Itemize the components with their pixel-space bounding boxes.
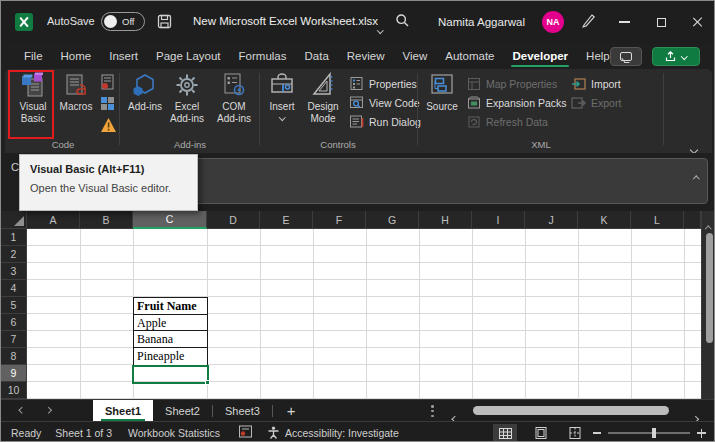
view-code-button[interactable]: View Code — [349, 94, 420, 111]
comment-bubble-icon — [620, 52, 632, 61]
sheet-tab-sheet3[interactable]: Sheet3 — [213, 400, 272, 422]
row-header-4[interactable]: 4 — [1, 280, 27, 297]
addins-button[interactable]: Add-ins — [127, 72, 163, 113]
cell-c8[interactable]: Pineapple — [134, 348, 207, 365]
worksheet-cells[interactable] — [27, 229, 701, 399]
add-sheet-button[interactable]: + — [273, 402, 310, 419]
row-header-1[interactable]: 1 — [1, 229, 27, 246]
sheet-nav-left-icon[interactable] — [9, 408, 35, 413]
select-all-corner[interactable] — [1, 211, 27, 229]
column-header-e[interactable]: E — [260, 211, 313, 229]
tab-developer[interactable]: Developer — [503, 45, 577, 67]
row-header-6[interactable]: 6 — [1, 314, 27, 331]
tab-review[interactable]: Review — [338, 45, 394, 67]
fill-handle[interactable] — [205, 380, 210, 385]
formula-bar-expand-icon[interactable] — [694, 167, 699, 185]
zoom-slider-thumb[interactable] — [652, 428, 656, 438]
page-break-view-button[interactable] — [563, 424, 587, 442]
column-header-g[interactable]: G — [366, 211, 419, 229]
source-button[interactable]: Source — [421, 72, 463, 113]
document-title-chevron-icon[interactable] — [378, 18, 383, 36]
zoom-in-button[interactable] — [697, 429, 706, 438]
macro-security-icon[interactable] — [100, 117, 117, 137]
autosave-toggle[interactable]: Off — [101, 12, 145, 31]
tab-data[interactable]: Data — [296, 45, 338, 67]
search-icon[interactable] — [395, 13, 410, 32]
column-header-l[interactable]: L — [631, 211, 684, 229]
tab-automate[interactable]: Automate — [436, 45, 503, 67]
active-cell-c9[interactable] — [132, 365, 209, 384]
column-headers: A B C D E F G H I J K L — [1, 211, 701, 229]
minimize-button[interactable] — [614, 12, 634, 32]
visual-basic-icon — [20, 72, 46, 98]
share-button[interactable] — [652, 47, 700, 66]
vertical-scroll-thumb[interactable] — [706, 233, 713, 343]
user-name[interactable]: Namita Aggarwal — [438, 16, 525, 28]
sheet-bar-splitter[interactable] — [431, 405, 434, 417]
properties-button[interactable]: Properties — [349, 75, 417, 92]
zoom-out-button[interactable] — [593, 432, 601, 434]
sheet-nav-right-icon[interactable] — [35, 408, 61, 413]
sheet-tab-sheet1[interactable]: Sheet1 — [93, 400, 153, 422]
tab-view[interactable]: View — [394, 45, 437, 67]
accessibility-status[interactable]: Accessibility: Investigate — [267, 426, 399, 439]
column-header-b[interactable]: B — [80, 211, 133, 229]
column-header-c[interactable]: C — [133, 211, 207, 229]
column-header-h[interactable]: H — [419, 211, 472, 229]
row-header-9[interactable]: 9 — [1, 365, 27, 382]
comments-button[interactable] — [610, 47, 642, 66]
formula-bar-input[interactable] — [185, 158, 708, 204]
code-group-label: Code — [10, 139, 116, 150]
design-mode-button[interactable]: Design Mode — [301, 72, 345, 125]
workbook-statistics-button[interactable]: Workbook Statistics — [128, 427, 220, 439]
cell-c7[interactable]: Banana — [134, 331, 207, 348]
normal-view-button[interactable] — [493, 424, 517, 442]
cell-c6[interactable]: Apple — [134, 315, 207, 332]
com-addins-button[interactable]: COM Add-ins — [211, 72, 257, 125]
expansion-packs-button[interactable]: Expansion Packs — [467, 94, 567, 111]
tab-home[interactable]: Home — [52, 45, 101, 67]
horizontal-scroll-thumb[interactable] — [473, 406, 669, 415]
document-title[interactable]: New Microsoft Excel Worksheet.xlsx — [193, 15, 378, 27]
page-layout-view-button[interactable] — [529, 424, 553, 442]
tab-formulas[interactable]: Formulas — [230, 45, 296, 67]
row-header-8[interactable]: 8 — [1, 348, 27, 365]
macro-recording-icon[interactable] — [238, 424, 253, 442]
share-icon — [665, 51, 676, 62]
row-header-7[interactable]: 7 — [1, 331, 27, 348]
record-macro-icon[interactable] — [99, 74, 116, 95]
tab-insert[interactable]: Insert — [100, 45, 147, 67]
column-header-j[interactable]: J — [525, 211, 578, 229]
maximize-button[interactable] — [651, 12, 671, 32]
insert-control-button[interactable]: Insert — [263, 72, 301, 120]
status-sheet-info: Sheet 1 of 3 — [55, 427, 112, 439]
import-button[interactable]: Import — [571, 75, 621, 92]
run-dialog-button[interactable]: Run Dialog — [349, 113, 421, 130]
pen-mode-icon[interactable] — [581, 12, 597, 32]
status-bar: Ready Sheet 1 of 3 Workbook Statistics A… — [1, 421, 715, 442]
tab-file[interactable]: File — [15, 45, 52, 67]
save-icon[interactable] — [157, 14, 172, 33]
excel-addins-button[interactable]: Excel Add-ins — [165, 72, 209, 125]
avatar[interactable]: NA — [542, 11, 564, 33]
column-header-f[interactable]: F — [313, 211, 366, 229]
relative-references-icon[interactable] — [99, 95, 116, 116]
row-header-2[interactable]: 2 — [1, 246, 27, 263]
sheet-tab-sheet2[interactable]: Sheet2 — [153, 400, 212, 422]
insert-dropdown-icon[interactable] — [279, 114, 285, 120]
vertical-scrollbar[interactable] — [701, 211, 715, 399]
tab-page-layout[interactable]: Page Layout — [147, 45, 230, 67]
cell-c5[interactable]: Fruit Name — [134, 298, 207, 315]
horizontal-scrollbar[interactable] — [469, 406, 683, 416]
column-header-k[interactable]: K — [578, 211, 631, 229]
visual-basic-button[interactable]: Visual Basic — [10, 72, 56, 125]
column-header-d[interactable]: D — [207, 211, 260, 229]
row-header-5[interactable]: 5 — [1, 297, 27, 314]
macros-button[interactable]: Macros — [55, 72, 97, 113]
row-header-3[interactable]: 3 — [1, 263, 27, 280]
column-header-a[interactable]: A — [27, 211, 80, 229]
zoom-slider[interactable] — [608, 432, 690, 434]
close-button[interactable] — [688, 12, 708, 32]
column-header-i[interactable]: I — [472, 211, 525, 229]
row-header-10[interactable]: 10 — [1, 382, 27, 399]
